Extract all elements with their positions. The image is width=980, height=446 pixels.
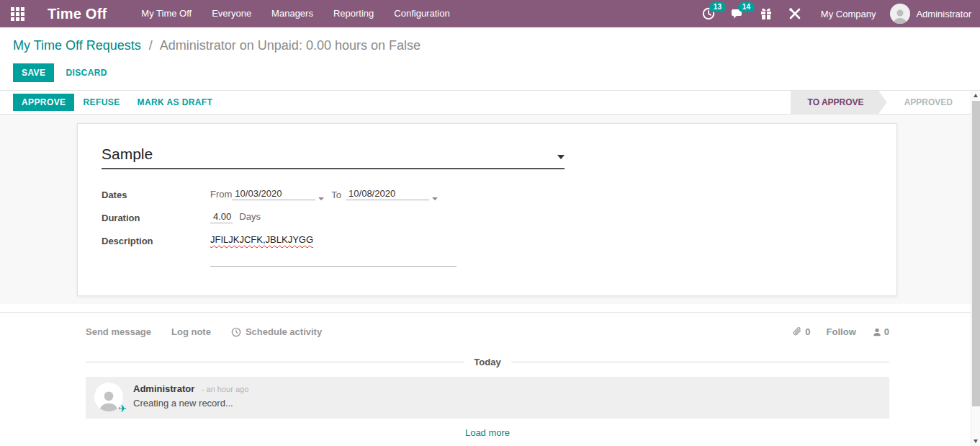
send-message-button[interactable]: Send message xyxy=(86,326,151,337)
top-navbar: Time Off My Time Off Everyone Managers R… xyxy=(0,0,980,27)
activity-count-badge: 13 xyxy=(709,2,726,12)
user-menu[interactable]: Administrator xyxy=(890,4,971,24)
mark-as-draft-button[interactable]: MARK AS DRAFT xyxy=(129,94,222,111)
message-content: Administrator - an hour ago Creating a n… xyxy=(133,383,248,411)
paperclip-icon xyxy=(792,326,803,337)
to-label: To xyxy=(331,189,341,200)
gift-icon xyxy=(759,6,773,21)
vertical-scrollbar[interactable] xyxy=(971,91,980,446)
followers-button[interactable]: 0 xyxy=(872,326,889,337)
schedule-clock-icon xyxy=(231,327,241,337)
breadcrumb: My Time Off Requests / Administrator on … xyxy=(13,37,967,54)
form-view: Sample Dates From 10/03/2020 To 10/08/20… xyxy=(0,115,980,304)
scrollbar-thumb[interactable] xyxy=(972,101,980,406)
message-timestamp: - an hour ago xyxy=(202,385,248,393)
breadcrumb-current: Administrator on Unpaid: 0.00 hours on F… xyxy=(160,38,421,53)
main-menu: My Time Off Everyone Managers Reporting … xyxy=(131,0,459,27)
status-step-approved[interactable]: APPROVED xyxy=(887,91,970,115)
chatter-topbar-right: 0 Follow 0 xyxy=(792,326,889,337)
form-fields: Dates From 10/03/2020 To 10/08/2020 Dura… xyxy=(102,188,896,267)
load-more-link[interactable]: Load more xyxy=(465,427,510,438)
date-to-caret-icon[interactable] xyxy=(432,197,438,200)
company-switcher[interactable]: My Company xyxy=(821,9,876,19)
schedule-activity-button[interactable]: Schedule activity xyxy=(231,326,322,337)
gift-button[interactable] xyxy=(759,6,773,21)
attachments-button[interactable]: 0 xyxy=(792,326,810,337)
today-divider: Today xyxy=(86,357,889,367)
person-silhouette-icon xyxy=(891,6,909,24)
messages-button[interactable]: 14 xyxy=(730,6,745,21)
app-title: Time Off xyxy=(48,6,107,22)
load-more-row: Load more xyxy=(86,427,889,438)
dates-value: From 10/03/2020 To 10/08/2020 xyxy=(210,188,441,202)
duration-value: 4.00Days xyxy=(210,211,261,226)
description-field-row: Description JFILJKJCFK,JBLKJYGG xyxy=(102,234,896,267)
divider-line-left xyxy=(86,362,464,362)
log-note-button[interactable]: Log note xyxy=(171,326,211,337)
duration-label: Duration xyxy=(102,211,210,226)
time-off-plane-icon: ✈ xyxy=(118,403,127,414)
dates-label: Dates xyxy=(102,188,210,202)
menu-reporting[interactable]: Reporting xyxy=(323,0,384,27)
activities-button[interactable]: 13 xyxy=(701,6,716,21)
chatter: Send message Log note Schedule activity … xyxy=(86,313,889,438)
status-step-to-approve[interactable]: TO APPROVE xyxy=(791,91,887,115)
form-statusbar: APPROVE REFUSE MARK AS DRAFT TO APPROVE … xyxy=(0,90,980,115)
dates-field-row: Dates From 10/03/2020 To 10/08/2020 xyxy=(102,188,896,202)
support-tools-button[interactable] xyxy=(788,6,802,21)
apps-menu-button[interactable] xyxy=(0,0,35,27)
follow-button[interactable]: Follow xyxy=(827,326,856,337)
follower-count: 0 xyxy=(884,326,889,337)
chatter-toolbar: Send message Log note Schedule activity … xyxy=(86,326,889,337)
description-value: JFILJKJCFK,JBLKJYGG xyxy=(210,234,313,245)
follower-person-icon xyxy=(872,327,882,337)
leave-type-select[interactable]: Sample xyxy=(102,146,565,169)
tools-icon xyxy=(788,6,802,21)
duration-input[interactable]: 4.00 xyxy=(210,211,233,223)
menu-configuration[interactable]: Configuration xyxy=(384,0,459,27)
approve-button[interactable]: APPROVE xyxy=(13,94,74,111)
user-name: Administrator xyxy=(916,9,971,19)
message-header: Administrator - an hour ago xyxy=(133,383,248,396)
menu-managers[interactable]: Managers xyxy=(261,0,323,27)
navbar-systray: 13 14 My Company xyxy=(701,4,980,24)
control-panel: My Time Off Requests / Administrator on … xyxy=(0,27,980,82)
apps-grid-icon xyxy=(11,7,24,21)
form-sheet: Sample Dates From 10/03/2020 To 10/08/20… xyxy=(77,123,897,296)
breadcrumb-separator: / xyxy=(149,38,153,53)
duration-unit: Days xyxy=(239,210,261,222)
record-actions: SAVE DISCARD xyxy=(13,63,967,82)
from-label: From xyxy=(210,188,232,200)
chevron-down-icon xyxy=(557,155,565,159)
scrollbar-up-arrow-icon[interactable] xyxy=(974,94,978,97)
duration-field-row: Duration 4.00Days xyxy=(102,211,896,226)
user-avatar xyxy=(890,4,910,24)
divider-line-right xyxy=(511,362,889,362)
date-from-caret-icon[interactable] xyxy=(318,197,324,200)
chatter-message: ✈ Administrator - an hour ago Creating a… xyxy=(86,377,889,419)
message-body: Creating a new record... xyxy=(133,398,248,409)
breadcrumb-parent-link[interactable]: My Time Off Requests xyxy=(13,38,141,53)
description-textarea[interactable]: JFILJKJCFK,JBLKJYGG xyxy=(210,234,457,267)
scrollbar-down-arrow-icon[interactable] xyxy=(974,440,978,443)
message-count-badge: 14 xyxy=(738,2,755,12)
message-avatar: ✈ xyxy=(94,383,123,411)
menu-my-time-off[interactable]: My Time Off xyxy=(131,0,202,27)
description-label: Description xyxy=(102,234,210,267)
message-author[interactable]: Administrator xyxy=(133,383,194,394)
status-steps: TO APPROVE APPROVED xyxy=(791,91,970,115)
date-from-input[interactable]: 10/03/2020 xyxy=(232,188,315,200)
save-button[interactable]: SAVE xyxy=(13,63,54,82)
attachment-count: 0 xyxy=(805,326,810,337)
schedule-activity-label: Schedule activity xyxy=(246,326,322,337)
today-label: Today xyxy=(474,357,500,367)
discard-button[interactable]: DISCARD xyxy=(57,63,115,82)
refuse-button[interactable]: REFUSE xyxy=(74,94,128,111)
menu-everyone[interactable]: Everyone xyxy=(202,0,261,27)
leave-type-value: Sample xyxy=(102,146,153,163)
date-to-input[interactable]: 10/08/2020 xyxy=(346,188,429,200)
person-silhouette-icon xyxy=(96,387,121,411)
